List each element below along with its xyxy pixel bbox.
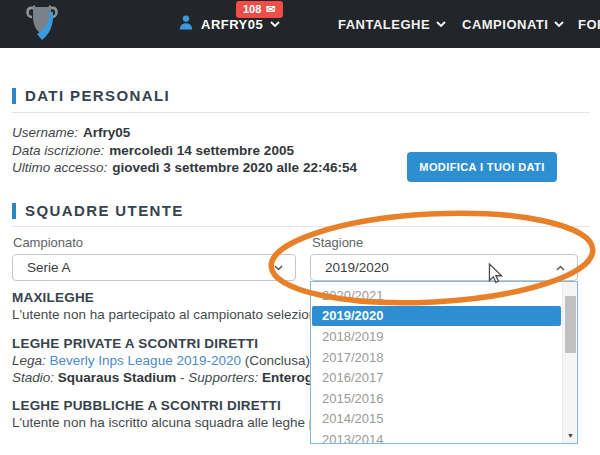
- maxileghe-title: MAXILEGHE: [12, 290, 94, 305]
- stadium-line: Stadio: Squaraus Stadium - Supporters: E…: [12, 370, 353, 385]
- username-label: ARFRY05: [201, 17, 263, 32]
- profile-page: ARFRY05 108 ✉ FANTALEGHE CAMPIONATI FOR: [0, 0, 600, 455]
- nav-campionati[interactable]: CAMPIONATI: [462, 0, 564, 48]
- notification-badge[interactable]: 108 ✉: [236, 1, 283, 18]
- campionato-select-value: Serie A: [13, 260, 274, 275]
- option-2013-2014[interactable]: 2013/2014: [312, 429, 561, 444]
- private-league-line: Lega: Beverly Inps League 2019-2020 (Con…: [12, 353, 351, 368]
- username-field-value: Arfry05: [83, 125, 130, 140]
- stadio-value: Squaraus Stadium: [58, 370, 177, 385]
- edit-data-button[interactable]: MODIFICA I TUOI DATI: [407, 152, 557, 182]
- dropdown-scrollbar[interactable]: ▼: [562, 282, 577, 443]
- nav-forum[interactable]: FOR: [578, 0, 600, 48]
- nav-campionati-label: CAMPIONATI: [462, 17, 548, 32]
- stagione-select[interactable]: 2019/2020: [310, 254, 578, 281]
- last-access-field-label: Ultimo accesso:: [12, 160, 107, 175]
- divider: [12, 112, 590, 113]
- trophy-logo-icon[interactable]: [24, 4, 60, 44]
- campionato-select[interactable]: Serie A: [12, 254, 296, 281]
- nav-forum-label: FOR: [578, 17, 600, 32]
- league-status: (Conclusa): [245, 353, 310, 368]
- campionato-label: Campionato: [13, 235, 83, 250]
- option-2014-2015[interactable]: 2014/2015: [312, 409, 561, 430]
- username-row: Username:Arfry05: [12, 124, 357, 142]
- stagione-label: Stagione: [312, 235, 363, 250]
- chevron-down-icon: [270, 21, 280, 27]
- accent-bar: [12, 203, 16, 219]
- registration-field-value: mercoledì 14 settembre 2005: [109, 143, 294, 158]
- option-2020-2021[interactable]: 2020/2021: [312, 285, 561, 306]
- personal-data-title-text: DATI PERSONALI: [25, 87, 170, 104]
- chevron-up-icon: [556, 265, 565, 271]
- stagione-option-list: 2020/2021 2019/2020 2018/2019 2017/2018 …: [312, 285, 561, 444]
- registration-date-row: Data iscrizione:mercoledì 14 settembre 2…: [12, 142, 357, 160]
- option-2018-2019[interactable]: 2018/2019: [312, 326, 561, 347]
- last-access-field-value: giovedì 3 settembre 2020 alle 22:46:54: [112, 160, 357, 175]
- user-teams-title-text: SQUADRE UTENTE: [25, 202, 184, 219]
- option-2015-2016[interactable]: 2015/2016: [312, 388, 561, 409]
- personal-fields: Username:Arfry05 Data iscrizione:mercole…: [12, 124, 357, 177]
- user-icon: [178, 14, 194, 35]
- last-access-row: Ultimo accesso:giovedì 3 settembre 2020 …: [12, 159, 357, 177]
- lega-label: Lega:: [12, 353, 46, 368]
- username-field-label: Username:: [12, 125, 78, 140]
- supporters-label: Supporters:: [188, 370, 258, 385]
- separator: -: [180, 370, 185, 385]
- chevron-down-icon: [554, 21, 564, 27]
- option-2019-2020-selected[interactable]: 2019/2020: [312, 306, 561, 327]
- chevron-down-icon: [436, 21, 446, 27]
- public-leagues-body: L'utente non ha iscritto alcuna squadra …: [12, 415, 342, 430]
- nav-fantaleghe-label: FANTALEGHE: [338, 17, 430, 32]
- option-2017-2018[interactable]: 2017/2018: [312, 347, 561, 368]
- stagione-select-value: 2019/2020: [311, 260, 556, 275]
- nav-fantaleghe[interactable]: FANTALEGHE: [338, 0, 446, 48]
- private-leagues-title: LEGHE PRIVATE A SCONTRI DIRETTI: [12, 336, 258, 351]
- public-leagues-title: LEGHE PUBBLICHE A SCONTRI DIRETTI: [12, 398, 281, 413]
- league-link[interactable]: Beverly Inps League 2019-2020: [50, 353, 241, 368]
- divider: [12, 226, 590, 227]
- accent-bar: [12, 88, 16, 104]
- registration-field-label: Data iscrizione:: [12, 143, 104, 158]
- option-2016-2017[interactable]: 2016/2017: [312, 367, 561, 388]
- chevron-down-icon: [274, 265, 283, 271]
- badge-count: 108: [243, 3, 261, 15]
- envelope-icon: ✉: [266, 4, 275, 14]
- user-teams-title: SQUADRE UTENTE: [12, 202, 184, 219]
- stadio-label: Stadio:: [12, 370, 54, 385]
- scrollbar-thumb[interactable]: [565, 296, 576, 353]
- scroll-down-arrow[interactable]: ▼: [563, 428, 578, 442]
- maxileghe-body: L'utente non ha partecipato al campionat…: [12, 307, 335, 322]
- personal-data-title: DATI PERSONALI: [12, 87, 170, 104]
- top-nav-bar: ARFRY05 108 ✉ FANTALEGHE CAMPIONATI FOR: [0, 0, 600, 48]
- stagione-dropdown: 2020/2021 2019/2020 2018/2019 2017/2018 …: [310, 281, 578, 444]
